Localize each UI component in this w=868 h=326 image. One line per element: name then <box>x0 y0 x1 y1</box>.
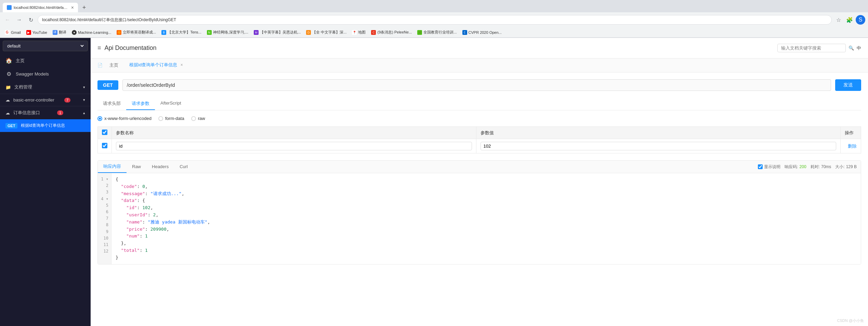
tab-main[interactable]: 主页 <box>104 59 124 72</box>
bookmark-gmail-label: Gmail <box>11 30 21 35</box>
req-tab-after[interactable]: AfterScript <box>155 98 187 110</box>
bookmark-bju-label: 【北京大学】Tens... <box>168 30 201 35</box>
row-checkbox-cell <box>98 139 112 153</box>
radio-raw[interactable]: raw <box>191 116 205 121</box>
active-endpoint-label: 根据id查询单个订单信息 <box>21 123 65 128</box>
sidebar-select-dropdown[interactable]: default <box>6 43 85 49</box>
youtube-favicon: ▶ <box>26 30 31 35</box>
header-search-input[interactable] <box>777 44 846 52</box>
req-tab-params[interactable]: 请求参数 <box>126 98 155 110</box>
radio-urlencoded-label: x-www-form-urlencoded <box>104 116 152 121</box>
watermark: CSDN @小小鱼 <box>837 318 864 323</box>
active-tab-close[interactable]: × <box>181 63 183 67</box>
row-checkbox[interactable] <box>102 143 107 148</box>
response-tab-raw[interactable]: Raw <box>127 161 146 173</box>
line-num-2: 2 <box>98 182 111 189</box>
bookmark-wenda[interactable]: M 【中英字幕】吴恩达机... <box>252 29 303 36</box>
sidebar-select[interactable]: default <box>3 41 88 51</box>
line-num-4: 4 ▾ <box>98 196 111 202</box>
col-param-name: 参数名称 <box>112 127 476 139</box>
order-icon: ☁ <box>5 110 10 116</box>
sidebar-group-order: ☁ 订单信息接口 1 ▴ GET 根据id查询单个订单信息 <box>0 106 91 132</box>
header-lang[interactable]: 中 <box>857 45 861 51</box>
profile-button[interactable]: S <box>856 15 865 25</box>
new-tab-button[interactable]: + <box>79 3 89 12</box>
size-value: 129 B <box>846 164 857 169</box>
nn-favicon: N <box>207 30 212 35</box>
bookmark-nn[interactable]: N 神经网络,深度学习,... <box>205 29 250 36</box>
bookmark-nn-label: 神经网络,深度学习,... <box>213 30 248 35</box>
menu-icon[interactable]: ≡ <box>97 44 101 52</box>
sidebar-active-endpoint[interactable]: GET 根据id查询单个订单信息 <box>0 119 91 132</box>
sidebar-basic-error-label: basic-error-controller <box>13 97 54 103</box>
param-value-input[interactable] <box>481 142 837 150</box>
bookmark-deep[interactable]: D 【全 中文字幕】深... <box>304 29 348 36</box>
response-tab-curl[interactable]: Curl <box>174 161 193 173</box>
bookmark-bju[interactable]: B 【北京大学】Tens... <box>159 29 203 36</box>
bookmark-translator-label: 立即将英语翻译成... <box>123 30 156 35</box>
tab-close-button[interactable]: × <box>71 5 74 10</box>
select-all-checkbox[interactable] <box>102 130 107 135</box>
param-action-cell: 删除 <box>841 139 861 153</box>
line-num-12: 12 <box>98 248 111 255</box>
param-value-cell <box>476 139 841 153</box>
back-button[interactable]: ← <box>3 15 12 25</box>
sidebar-item-home[interactable]: 🏠 主页 <box>0 54 91 67</box>
browser-tab-active[interactable]: 🌐 localhost:8082/doc.html#/default/订单信息接… <box>3 3 78 12</box>
send-button[interactable]: 发送 <box>835 79 861 91</box>
code-line-8: "price": 209900, <box>116 226 857 233</box>
show-desc-checkbox[interactable] <box>758 164 763 169</box>
line-num-6: 6 <box>98 209 111 215</box>
request-tabs: 请求头部 请求参数 AfterScript <box>97 98 861 110</box>
sidebar-docmgmt-header[interactable]: 📁 文档管理 ▾ <box>0 81 91 94</box>
translator-favicon: 🔶 <box>117 30 121 35</box>
address-bar[interactable] <box>38 15 832 25</box>
bookmark-star-button[interactable]: ☆ <box>834 15 843 25</box>
swagger-icon: ⚙ <box>5 71 12 77</box>
deep-favicon: D <box>306 30 311 35</box>
response-tab-content[interactable]: 响应内容 <box>98 161 127 173</box>
bookmark-csdn-label: (9条消息) PeleeNe... <box>377 30 412 35</box>
sidebar-basic-error-header[interactable]: ☁ basic-error-controller 7 ▾ <box>0 94 91 106</box>
radio-formdata[interactable]: form-data <box>158 116 184 121</box>
bookmarks-bar: G Gmail ▶ YouTube 译 翻译 ● Machine-Learnin… <box>0 27 868 38</box>
bookmark-deep-label: 【全 中文字幕】深... <box>312 30 346 35</box>
header-search-icon[interactable]: 🔍 <box>849 45 854 51</box>
param-name-input[interactable] <box>116 142 472 150</box>
bookmark-github[interactable]: ● Machine-Learning... <box>70 29 113 36</box>
response-meta: 显示说明 响应码: 200 耗时: 70ms 大小: 129 B <box>754 164 861 170</box>
req-tab-header[interactable]: 请求头部 <box>97 98 126 110</box>
refresh-button[interactable]: ↻ <box>26 15 36 25</box>
browser-chrome: 🌐 localhost:8082/doc.html#/default/订单信息接… <box>0 0 868 38</box>
sidebar-order-header[interactable]: ☁ 订单信息接口 1 ▴ <box>0 106 91 119</box>
bookmark-cvpr[interactable]: c CVPR 2020 Open... <box>460 29 504 36</box>
delete-param-button[interactable]: 删除 <box>848 143 857 149</box>
code-line-4: "data": { <box>116 197 857 204</box>
bookmark-cvpr-label: CVPR 2020 Open... <box>469 30 502 35</box>
forward-button[interactable]: → <box>14 15 24 25</box>
bookmark-youtube[interactable]: ▶ YouTube <box>24 29 49 36</box>
basic-error-badge: 7 <box>64 98 70 103</box>
code-line-2: "code": 0, <box>116 183 857 190</box>
bookmark-gmail[interactable]: G Gmail <box>3 29 23 36</box>
code-line-1: { <box>116 176 857 183</box>
response-tab-headers[interactable]: Headers <box>146 161 174 173</box>
bookmark-map[interactable]: 📍 地图 <box>350 29 368 36</box>
active-tab-label: 根据id查询单个订单信息 <box>129 62 177 67</box>
tab-favicon: 🌐 <box>7 5 12 10</box>
time-label: 耗时: <box>811 164 820 170</box>
bookmark-translate[interactable]: 译 翻译 <box>51 29 68 36</box>
radio-urlencoded[interactable]: x-www-form-urlencoded <box>97 116 152 121</box>
time-item: 耗时: 70ms <box>811 164 831 170</box>
extensions-button[interactable]: 🧩 <box>845 15 854 25</box>
sidebar-item-swagger[interactable]: ⚙ Swagger Models <box>0 67 91 81</box>
tab-active[interactable]: 根据id查询单个订单信息 × <box>124 58 188 72</box>
endpoint-path: /order/selectOrderById <box>122 79 831 91</box>
code-viewer: 1 ▾ 2 3 4 ▾ 5 6 7 8 9 10 11 12 { <box>98 173 861 264</box>
bookmark-translator[interactable]: 🔶 立即将英语翻译成... <box>115 29 158 36</box>
bju-favicon: B <box>161 30 166 35</box>
radio-formdata-label: form-data <box>165 116 184 121</box>
bookmark-edu[interactable]: 🌿 全国教育行业培训... <box>415 29 459 36</box>
bookmark-csdn[interactable]: C (9条消息) PeleeNe... <box>369 29 414 36</box>
cloud-icon: ☁ <box>5 97 10 103</box>
